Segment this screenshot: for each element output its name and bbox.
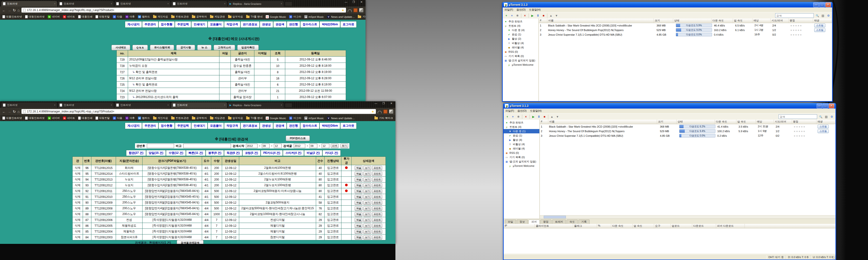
peer-column-header[interactable]: 다운 속도 [611,224,633,228]
bookmark-item[interactable]: ☁mSpot Music [304,15,324,18]
bookmark-item[interactable]: 대흥인쇄 [78,116,92,120]
site-menu-item[interactable]: 작업규격 [224,21,240,28]
stream-button[interactable]: 스트림 [814,24,825,28]
search-go-icon[interactable]: 🔍 [819,115,823,119]
memo-title-link[interactable]: 누락금지 요청 [128,63,219,69]
column-header[interactable]: 평점 [789,18,813,23]
bookmark-item[interactable]: 대동인트라넷 [25,116,44,120]
bookmark-star-icon[interactable]: ★ [341,8,344,12]
peer-column-header[interactable]: 요구 [654,224,671,228]
category-filter[interactable]: 당일(15 건) [146,150,166,156]
category-filter[interactable]: 카다(1 건) [322,150,341,156]
category-filter[interactable]: PE카드(4 건) [261,150,283,156]
excel-button[interactable]: 엑셀 [355,189,362,193]
peer-column-header[interactable]: 다운로드 [692,224,716,228]
delete-link[interactable]: 삭제 [72,194,83,200]
home-icon[interactable]: ⌂ [18,110,20,113]
plate-no-link[interactable]: TT120912010 [91,194,116,200]
menu-item[interactable]: 옵션(O) [517,8,526,11]
view-button[interactable]: 보기 [363,218,371,222]
board-tab-button[interactable]: 공지사항 [176,45,195,50]
peer-column-header[interactable]: 클라이언트 [535,224,573,228]
tab-close-icon[interactable]: × [167,104,169,106]
column-header[interactable]: 다운 속도 [715,120,736,124]
plate-no-link[interactable]: TT120912003 [91,234,116,240]
title-bar[interactable]: µ µTorrent 3.1.3 — □ ✕ [503,2,832,7]
menu-item[interactable]: 파일(F) [505,109,514,113]
detail-tab-피어[interactable]: 피어 [528,220,539,224]
column-header[interactable]: 다운 속도 [712,18,733,23]
bookmark-item[interactable]: 개인자료 [153,116,168,120]
memo-title-link[interactable]: 9/12 관리부 전달사항 [128,88,219,94]
print-button[interactable]: 프린트 [372,229,382,234]
excel-button[interactable]: 엑셀 [355,183,362,188]
site-menu-item[interactable]: 모음폴더 [208,122,224,129]
sidebar-item[interactable]: ★추천 컨텐츠 [504,120,539,125]
horizontal-scrollbar[interactable] [540,215,835,219]
maximize-button[interactable]: □ [819,2,825,7]
paper-link[interactable]: 200스노우 [116,200,143,206]
view-button[interactable]: 보기 [363,212,371,216]
tab-close-icon[interactable]: × [111,104,112,106]
bookmark-item[interactable]: 대동토탈 [95,15,110,18]
site-menu-item[interactable]: 박태진Dlbm [319,122,340,129]
sidebar-item[interactable]: ▼다운 중 (1) [504,129,539,134]
view-button[interactable]: 보기 [363,206,371,211]
search-input[interactable] [779,114,817,119]
bookmark-item[interactable]: GGoogle Music [266,116,286,120]
browser-tab[interactable]: 인트라넷× [1,102,57,108]
view-button[interactable]: 보기 [363,189,371,193]
torrent-row[interactable]: 3Jesus Christ Superstar 7.1(5.1 Compatib… [539,32,832,37]
print-button[interactable]: 프린트 [372,212,382,216]
tab-close-icon[interactable]: × [281,2,282,5]
paper-link[interactable]: 200스노우 [116,211,143,217]
site-menu-item[interactable]: 모음폴더 [208,21,224,28]
stream-button[interactable]: 스트림 [817,129,829,133]
memo-title-link[interactable]: ↳ 확인 및 출력완료 [128,82,219,88]
sidebar-item[interactable]: II비활성 (4) [504,142,539,146]
bookmark-item[interactable]: N네이버 [48,15,60,18]
category-filter[interactable]: 빠른(11 건) [186,150,206,156]
paper-link[interactable]: 스타드림바이트 [116,171,143,177]
memo-title-link[interactable]: 9/12 관리부 전달사항 [128,75,219,82]
rating-stars-icon[interactable]: ★★★★★ [794,130,806,133]
bookmark-item[interactable]: 업무자료 [228,116,243,120]
close-button[interactable]: ✕ [829,104,834,108]
menu-item[interactable]: 옵션(O) [518,109,527,113]
minimize-button[interactable]: — [343,0,349,4]
start-icon[interactable]: ▶ [531,115,535,119]
excel-button[interactable]: 엑셀 [355,172,362,176]
stream-button[interactable]: 스트림 [817,125,829,128]
rating-stars-icon[interactable]: ★★★★★ [790,24,802,27]
paper-link[interactable]: 누보지 [116,177,143,183]
paper-link[interactable]: 200스노우 [116,206,143,211]
bookmark-item[interactable]: GGoogle Music [266,15,286,18]
view-button[interactable]: 보기 [363,166,371,170]
browser-tab[interactable]: 인트라넷× [114,102,171,108]
bookmark-item[interactable]: 대흥인쇄 [78,15,92,18]
torrent-row[interactable]: 1Black Sabbath - Star Mark Greatest Hits… [540,124,835,129]
settings-gear-icon[interactable]: ⚙ [830,115,834,119]
create-torrent-icon[interactable]: ✱ [517,115,520,119]
start-month-input[interactable] [262,144,270,148]
bookmark-item[interactable]: VNews and Update… [327,116,355,120]
excel-button[interactable]: 엑셀 [355,229,362,234]
site-menu-item[interactable]: 판진행 [287,122,300,129]
bookmark-item[interactable]: 토렌트관련 [171,15,189,18]
site-menu-item[interactable]: 인쇄대기 [191,122,208,129]
remove-icon[interactable]: × [523,14,527,17]
bookmark-item[interactable]: 공부하자 [192,116,207,120]
calculator-extension-icon[interactable] [383,110,388,114]
start-year-input[interactable] [246,144,257,148]
other-bookmarks[interactable]: 기타 북마크 [358,15,366,18]
column-header[interactable]: 크기 [654,18,673,23]
plate-size-link[interactable]: [명함수입지A]2절돈땡(788X538-40개) [143,165,202,171]
category-filter[interactable]: 봉투(9 건) [206,150,224,156]
stream-button[interactable]: 스트림 [814,28,825,32]
paper-link[interactable]: 체월워셉도 [116,223,143,229]
print-button[interactable]: 프린트 [372,206,382,211]
minimize-button[interactable]: — [813,2,819,7]
research-button[interactable]: 검색결과재검색 [177,240,204,244]
bookmark-item[interactable]: Y!야후 [125,15,135,18]
column-header[interactable]: 예상 [756,120,774,124]
